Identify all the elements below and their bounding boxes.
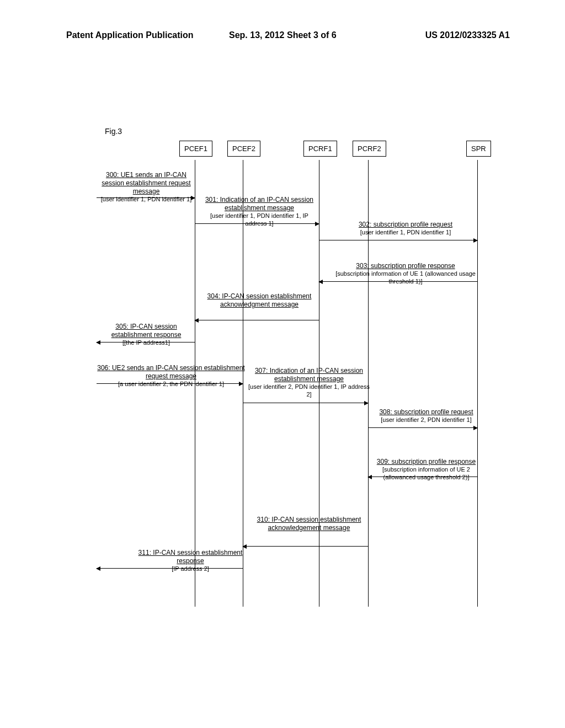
- msg-301: 301: Indication of an IP-CAN session est…: [201, 196, 317, 228]
- figure-label: Fig.3: [105, 127, 122, 136]
- msg-310-label: 310: IP-CAN session establishment acknow…: [248, 516, 370, 532]
- arrow-307: [243, 403, 368, 403]
- msg-311: 311: IP-CAN session establishment respon…: [135, 549, 246, 573]
- msg-308-sub: [user identifier 2, PDN identifier 1]: [372, 416, 480, 424]
- msg-306-label: 306: UE2 sends an IP-CAN session establi…: [94, 364, 248, 381]
- page: Patent Application Publication Sep. 13, …: [0, 0, 565, 728]
- msg-305: 305: IP-CAN session establishment respon…: [97, 323, 196, 347]
- arrow-306: [97, 383, 243, 384]
- msg-302-sub: [user identifier 1, PDN identifier 1]: [334, 229, 477, 237]
- msg-300-label: 300: UE1 sends an IP-CAN session establi…: [94, 171, 199, 196]
- msg-306-sub: [a user identifier 2, the PDN identifier…: [94, 381, 248, 388]
- msg-311-label: 311: IP-CAN session establishment respon…: [135, 549, 246, 565]
- msg-309-sub: [subscription information of UE 2 (allow…: [372, 466, 480, 481]
- msg-308: 308: subscription profile request [user …: [372, 408, 480, 424]
- arrow-305: [97, 342, 195, 342]
- msg-300: 300: UE1 sends an IP-CAN session establi…: [94, 171, 199, 204]
- entity-pcef1: PCEF1: [179, 141, 212, 157]
- arrow-301: [195, 223, 319, 224]
- sequence-diagram: Fig.3 PCEF1 PCEF2 PCRF1 PCRF2 SPR 300: U…: [97, 127, 483, 607]
- msg-301-label: 301: Indication of an IP-CAN session est…: [201, 196, 317, 212]
- arrow-300: [97, 197, 195, 198]
- arrow-304: [195, 320, 319, 320]
- header-left: Patent Application Publication: [66, 30, 194, 40]
- entity-pcef2: PCEF2: [227, 141, 260, 157]
- msg-310: 310: IP-CAN session establishment acknow…: [248, 516, 370, 532]
- entity-pcrf2: PCRF2: [353, 141, 386, 157]
- msg-309: 309: subscription profile response [subs…: [372, 458, 480, 481]
- msg-305-sub: [[the IP address1]: [97, 339, 196, 347]
- arrow-303: [319, 281, 477, 282]
- arrow-311: [97, 568, 243, 569]
- msg-307-sub: [user identifier 2, PDN identifier 1, IP…: [248, 383, 370, 399]
- msg-301-sub: [user identifier 1, PDN identifier 1, IP…: [201, 212, 317, 228]
- arrow-302: [319, 240, 477, 240]
- msg-305-label: 305: IP-CAN session establishment respon…: [97, 323, 196, 339]
- header-center: Sep. 13, 2012 Sheet 3 of 6: [229, 30, 337, 40]
- header-right: US 2012/0233325 A1: [425, 30, 510, 40]
- msg-303: 303: subscription profile response [subs…: [334, 262, 477, 286]
- msg-303-label: 303: subscription profile response: [334, 262, 477, 270]
- msg-309-label: 309: subscription profile response: [372, 458, 480, 466]
- lifeline-spr: [477, 160, 478, 607]
- arrow-308: [368, 427, 477, 428]
- entity-pcrf1: PCRF1: [303, 141, 337, 157]
- msg-304-label: 304: IP-CAN session establishment acknow…: [199, 292, 320, 309]
- arrow-309: [368, 477, 477, 477]
- arrow-310: [243, 546, 368, 547]
- msg-307-label: 307: Indication of an IP-CAN session est…: [248, 367, 370, 383]
- msg-302: 302: subscription profile request [user …: [334, 221, 477, 237]
- msg-304: 304: IP-CAN session establishment acknow…: [199, 292, 320, 309]
- msg-307: 307: Indication of an IP-CAN session est…: [248, 367, 370, 399]
- msg-303-sub: [subscription information of UE 1 (allow…: [334, 270, 477, 286]
- entity-spr: SPR: [466, 141, 491, 157]
- msg-311-sub: [IP address 2]: [135, 565, 246, 573]
- msg-302-label: 302: subscription profile request: [334, 221, 477, 229]
- msg-308-label: 308: subscription profile request: [372, 408, 480, 416]
- msg-306: 306: UE2 sends an IP-CAN session establi…: [94, 364, 248, 388]
